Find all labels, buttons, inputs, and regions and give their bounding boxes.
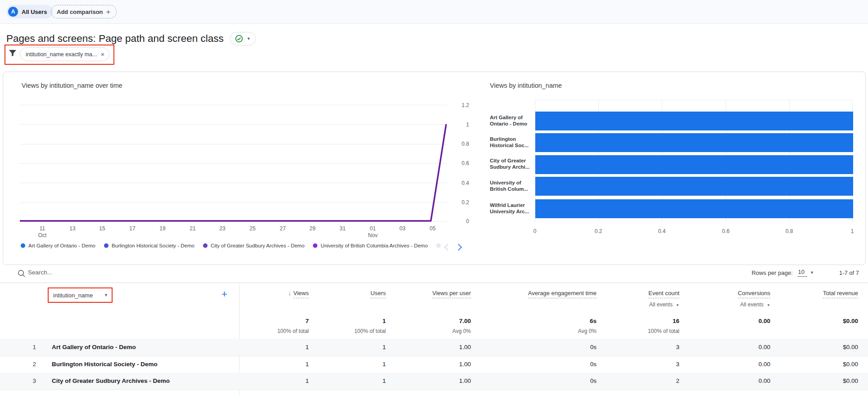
total-avg-engagement: 6s	[590, 318, 597, 324]
pagination-controls: Rows per page: 10 ▼ 1-7 of 7	[751, 269, 859, 277]
line-chart-y-axis: 1.2 1 0.8 0.6 0.4 0.2 0	[451, 105, 469, 222]
chevron-down-icon: ▼	[104, 293, 108, 297]
line-chart-plot	[20, 105, 447, 222]
bar-category-label: BurlingtonHistorical Soc...	[490, 136, 534, 148]
chevron-down-icon: ▼	[767, 303, 770, 307]
column-header-views[interactable]: ↓Views	[288, 290, 309, 296]
bar	[535, 155, 853, 174]
bar-category-label: City of GreaterSudbury Archi...	[490, 157, 534, 170]
bar-category-label: Wilfrid LaurierUniversity Arc...	[490, 202, 534, 215]
total-users: 1	[382, 318, 386, 324]
y-tick: 1.2	[461, 103, 469, 108]
filter-chip[interactable]: intitution_name exactly ma... ×	[20, 47, 109, 61]
cell-views: 1	[305, 390, 309, 395]
legend-next-icon[interactable]	[455, 244, 462, 251]
table-row: 3 City of Greater Sudbury Archives - Dem…	[0, 373, 868, 390]
total-views: 7	[305, 318, 309, 324]
total-sub: Avg 0%	[578, 328, 597, 334]
column-header-total-revenue[interactable]: Total revenue	[823, 290, 858, 296]
cell-views: 1	[305, 373, 309, 389]
column-header-views-per-user[interactable]: Views per user	[432, 290, 471, 296]
page-title: Pages and screens: Page path and screen …	[6, 31, 224, 46]
bar	[535, 177, 853, 196]
total-sub: 100% of total	[277, 328, 309, 334]
row-number: 4	[18, 390, 36, 395]
dimension-header-dropdown[interactable]: intitution_name ▼	[48, 287, 113, 303]
cell-total-revenue: $0.00	[843, 356, 858, 373]
y-tick: 0.4	[461, 180, 469, 186]
cell-event-count: 3	[676, 339, 679, 355]
cell-event-count: 3	[676, 356, 679, 373]
cell-conversions: 0.00	[759, 390, 770, 395]
conversions-filter-dropdown[interactable]: All events▼	[740, 301, 770, 308]
total-conversions: 0.00	[759, 318, 770, 324]
total-sub: Avg 0%	[452, 328, 471, 334]
row-dimension-value: City of Greater Sudbury Archives - Demo	[52, 373, 170, 389]
legend-prev-icon[interactable]	[444, 244, 452, 251]
column-header-avg-engagement[interactable]: Average engagement time	[528, 290, 597, 296]
column-header-users[interactable]: Users	[371, 290, 386, 296]
cell-conversions: 0.00	[759, 356, 770, 373]
pagination-range: 1-7 of 7	[839, 269, 859, 276]
filter-funnel-icon	[8, 49, 17, 58]
chevron-down-icon[interactable]: ▼	[810, 271, 814, 275]
chevron-down-icon: ▼	[247, 37, 251, 41]
search-input[interactable]	[27, 269, 218, 276]
chevron-down-icon: ▼	[676, 303, 679, 307]
total-revenue: $0.00	[843, 318, 858, 324]
table-totals-row: 7 1 7.00 6s 16 0.00 $0.00 100% of total …	[0, 314, 868, 339]
check-circle-icon	[235, 35, 243, 43]
line-chart-title: Views by intitution_name over time	[22, 82, 122, 89]
column-header-event-count[interactable]: Event count	[648, 290, 679, 296]
bar	[535, 133, 853, 152]
cell-event-count: 3	[676, 390, 679, 395]
filter-chip-label: intitution_name exactly ma...	[26, 51, 97, 58]
add-comparison-chip[interactable]: Add comparison +	[51, 5, 117, 18]
bar-chart-title: Views by intitution_name	[490, 82, 562, 89]
cell-views-per-user: 1.00	[459, 356, 471, 373]
row-dimension-value: Art Gallery of Ontario - Demo	[52, 339, 136, 355]
total-sub: 100% of total	[354, 328, 386, 334]
bar-category-label: University ofBritish Colum...	[490, 180, 534, 192]
y-tick: 0.6	[461, 161, 469, 166]
legend-dot	[436, 243, 441, 248]
top-bar: A All Users Add comparison +	[0, 0, 868, 24]
cell-avg-engagement: 0s	[590, 390, 597, 395]
event-count-filter-dropdown[interactable]: All events▼	[649, 301, 679, 308]
audience-avatar: A	[8, 7, 18, 17]
cell-avg-engagement: 0s	[590, 339, 597, 355]
cell-total-revenue: $0.00	[843, 339, 858, 355]
cell-users: 1	[382, 339, 386, 355]
legend-item: Art Gallery of Ontario - Demo	[21, 243, 95, 248]
legend-item: Burlington Historical Society - Demo	[104, 243, 194, 248]
bar	[535, 199, 853, 218]
table-header: intitution_name ▼ + ↓Views Users Views p…	[0, 283, 868, 314]
total-event-count: 16	[673, 318, 679, 324]
legend-dot	[104, 243, 108, 248]
plus-icon: +	[106, 8, 111, 16]
sort-desc-icon: ↓	[288, 290, 291, 296]
y-tick: 0	[466, 219, 469, 224]
close-icon[interactable]: ×	[100, 51, 104, 58]
cell-avg-engagement: 0s	[590, 373, 597, 389]
rows-per-page-select[interactable]: 10	[797, 269, 807, 277]
x-tick: 0.6	[722, 228, 730, 234]
cell-views-per-user: 1.00	[459, 373, 471, 389]
legend-dot	[313, 243, 317, 248]
add-column-button[interactable]: +	[222, 288, 227, 300]
legend-item: City of Greater Sudbury Archives - Demo	[203, 243, 304, 248]
bar	[535, 112, 853, 130]
report-title-row: Pages and screens: Page path and screen …	[6, 31, 256, 46]
report-status-pill[interactable]: ▼	[230, 32, 256, 45]
cell-users: 1	[382, 373, 386, 389]
column-header-conversions[interactable]: Conversions	[738, 290, 770, 296]
row-number: 2	[18, 356, 36, 373]
cell-avg-engagement: 0s	[590, 356, 597, 373]
cell-users: 1	[382, 356, 386, 373]
table-row: 2 Burlington Historical Society - Demo 1…	[0, 356, 868, 373]
all-users-chip[interactable]: A All Users	[6, 5, 53, 18]
cell-users: 1	[382, 390, 386, 395]
rows-per-page-label: Rows per page:	[751, 269, 792, 276]
all-users-label: All Users	[22, 9, 47, 15]
charts-card: Views by intitution_name over time 1.2 1…	[3, 72, 866, 265]
